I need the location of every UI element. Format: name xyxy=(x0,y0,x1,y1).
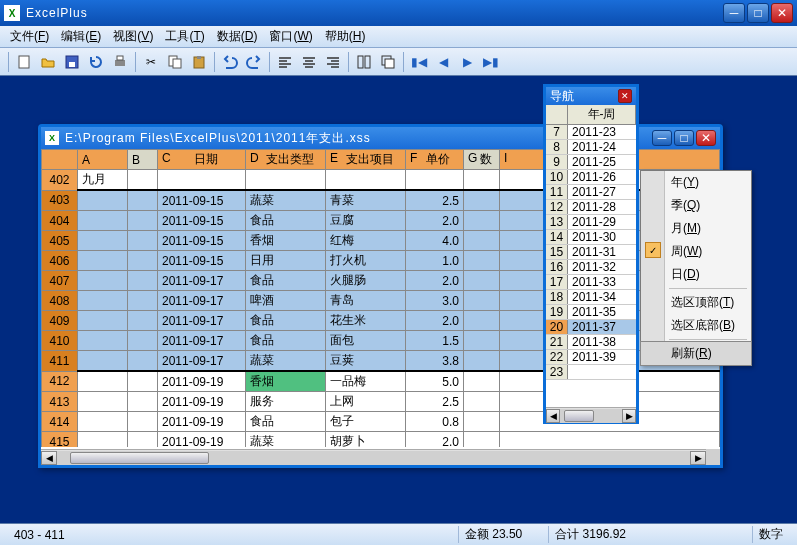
cell[interactable] xyxy=(78,412,128,432)
nav-first-icon[interactable]: ▮◀ xyxy=(408,51,430,73)
cell[interactable]: 花生米 xyxy=(326,311,406,331)
nav-item[interactable]: 82011-24 xyxy=(546,140,636,155)
cell[interactable] xyxy=(464,271,500,291)
cell[interactable] xyxy=(78,231,128,251)
nav-scroll-thumb[interactable] xyxy=(564,410,594,422)
cell[interactable]: 胡萝卜 xyxy=(326,432,406,448)
row-header[interactable]: 413 xyxy=(42,392,78,412)
cell[interactable]: 2.0 xyxy=(406,311,464,331)
cell[interactable]: 4.0 xyxy=(406,231,464,251)
ctx-d[interactable]: 日(D) xyxy=(641,263,751,286)
nav-item[interactable]: 192011-35 xyxy=(546,305,636,320)
nav-prev-icon[interactable]: ◀ xyxy=(432,51,454,73)
cell[interactable]: 九月 xyxy=(78,170,128,191)
cell[interactable] xyxy=(464,291,500,311)
nav-close-button[interactable]: ✕ xyxy=(618,89,632,103)
row-header[interactable]: 406 xyxy=(42,251,78,271)
column-header[interactable]: F 单价 xyxy=(406,150,464,170)
cell[interactable] xyxy=(128,170,158,191)
cell[interactable] xyxy=(128,432,158,448)
cell[interactable] xyxy=(78,271,128,291)
cell[interactable] xyxy=(128,311,158,331)
cell[interactable]: 火腿肠 xyxy=(326,271,406,291)
maximize-button[interactable]: □ xyxy=(747,3,769,23)
cell[interactable]: 2.0 xyxy=(406,432,464,448)
cell[interactable]: 食品 xyxy=(246,311,326,331)
cell[interactable]: 2011-09-17 xyxy=(158,291,246,311)
cell[interactable]: 青岛 xyxy=(326,291,406,311)
align-left-icon[interactable] xyxy=(274,51,296,73)
ctx-w[interactable]: ✓周(W) xyxy=(641,240,751,263)
cell[interactable]: 2.5 xyxy=(406,392,464,412)
cell[interactable]: 包子 xyxy=(326,412,406,432)
cell[interactable]: 蔬菜 xyxy=(246,432,326,448)
cell[interactable] xyxy=(464,331,500,351)
cell[interactable]: 啤酒 xyxy=(246,291,326,311)
column-header[interactable]: E 支出项目 xyxy=(326,150,406,170)
cell[interactable]: 蔬菜 xyxy=(246,190,326,211)
cell[interactable] xyxy=(78,311,128,331)
undo-icon[interactable] xyxy=(219,51,241,73)
menu-t[interactable]: 工具(T) xyxy=(159,26,210,47)
cell[interactable] xyxy=(464,170,500,191)
nav-item[interactable]: 132011-29 xyxy=(546,215,636,230)
menu-h[interactable]: 帮助(H) xyxy=(319,26,372,47)
ctx-y[interactable]: 年(Y) xyxy=(641,171,751,194)
copy-icon[interactable] xyxy=(164,51,186,73)
cell[interactable]: 香烟 xyxy=(246,371,326,392)
nav-scroll-left-icon[interactable]: ◀ xyxy=(546,409,560,423)
cell[interactable]: 蔬菜 xyxy=(246,351,326,372)
nav-next-icon[interactable]: ▶ xyxy=(456,51,478,73)
scroll-left-icon[interactable]: ◀ xyxy=(41,451,57,465)
nav-titlebar[interactable]: 导航 ✕ xyxy=(546,87,636,105)
align-right-icon[interactable] xyxy=(322,51,344,73)
cell[interactable]: 2.5 xyxy=(406,190,464,211)
save-icon[interactable] xyxy=(61,51,83,73)
nav-item[interactable]: 152011-31 xyxy=(546,245,636,260)
cell[interactable] xyxy=(464,432,500,448)
row-header[interactable]: 412 xyxy=(42,371,78,392)
nav-item[interactable]: 102011-26 xyxy=(546,170,636,185)
cell[interactable] xyxy=(78,291,128,311)
cell[interactable] xyxy=(78,351,128,372)
nav-hscrollbar[interactable]: ◀ ▶ xyxy=(546,407,636,423)
nav-item[interactable]: 92011-25 xyxy=(546,155,636,170)
paste-icon[interactable] xyxy=(188,51,210,73)
nav-item[interactable]: 182011-34 xyxy=(546,290,636,305)
cell[interactable]: 2011-09-19 xyxy=(158,412,246,432)
cell[interactable] xyxy=(128,331,158,351)
minimize-button[interactable]: ─ xyxy=(723,3,745,23)
close-button[interactable]: ✕ xyxy=(771,3,793,23)
menu-w[interactable]: 窗口(W) xyxy=(263,26,318,47)
nav-item[interactable]: 72011-23 xyxy=(546,125,636,140)
cell[interactable]: 上网 xyxy=(326,392,406,412)
cell[interactable]: 2.0 xyxy=(406,211,464,231)
window-cascade-icon[interactable] xyxy=(377,51,399,73)
row-header[interactable]: 408 xyxy=(42,291,78,311)
nav-item[interactable]: 202011-37 xyxy=(546,320,636,335)
cell[interactable] xyxy=(128,412,158,432)
nav-item[interactable]: 162011-32 xyxy=(546,260,636,275)
cell[interactable] xyxy=(128,371,158,392)
cell[interactable] xyxy=(464,251,500,271)
cell[interactable] xyxy=(128,190,158,211)
cell[interactable] xyxy=(78,371,128,392)
nav-list[interactable]: 72011-2382011-2492011-25102011-26112011-… xyxy=(546,125,636,407)
open-file-icon[interactable] xyxy=(37,51,59,73)
cell[interactable]: 食品 xyxy=(246,211,326,231)
ctx-r[interactable]: 刷新(R) xyxy=(640,341,752,366)
align-center-icon[interactable] xyxy=(298,51,320,73)
cell[interactable]: 食品 xyxy=(246,331,326,351)
cell[interactable]: 2011-09-19 xyxy=(158,371,246,392)
nav-item[interactable]: 142011-30 xyxy=(546,230,636,245)
nav-item[interactable]: 222011-39 xyxy=(546,350,636,365)
cell[interactable] xyxy=(128,271,158,291)
row-header[interactable]: 407 xyxy=(42,271,78,291)
refresh-icon[interactable] xyxy=(85,51,107,73)
nav-item[interactable]: 122011-28 xyxy=(546,200,636,215)
ctx-q[interactable]: 季(Q) xyxy=(641,194,751,217)
row-header[interactable]: 410 xyxy=(42,331,78,351)
cell[interactable] xyxy=(78,331,128,351)
menu-f[interactable]: 文件(F) xyxy=(4,26,55,47)
row-header[interactable]: 414 xyxy=(42,412,78,432)
